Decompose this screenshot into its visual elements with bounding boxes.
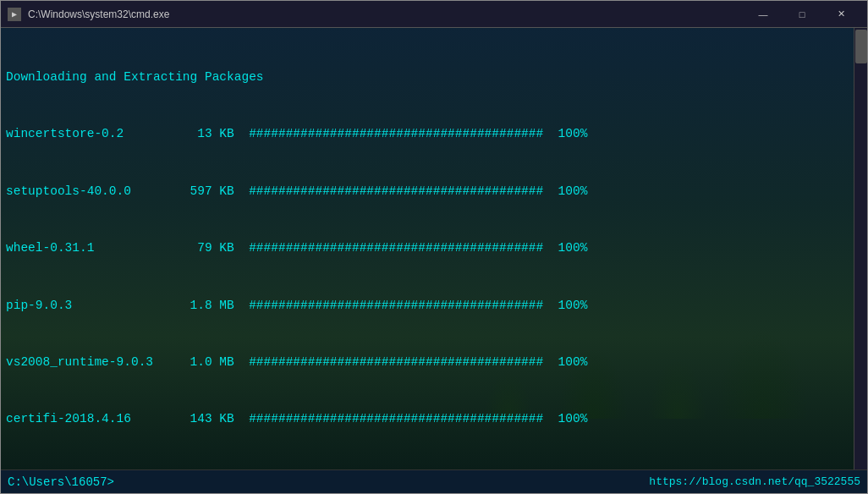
statusbar: C:\Users\16057> https://blog.csdn.net/qq… — [1, 469, 867, 493]
command-prompt[interactable]: C:\Users\16057> — [8, 475, 114, 489]
titlebar: ▶ C:\Windows\system32\cmd.exe — □ ✕ — [1, 1, 867, 28]
line-7: python-2.7.14 19.1 MB ##################… — [6, 467, 862, 469]
terminal-output: Downloading and Extracting Packages winc… — [1, 28, 867, 469]
close-button[interactable]: ✕ — [821, 1, 860, 28]
line-0: Downloading and Extracting Packages — [6, 68, 862, 86]
line-3: wheel-0.31.1 79 KB #####################… — [6, 239, 862, 257]
line-6: certifi-2018.4.16 143 KB ###############… — [6, 409, 862, 428]
window-controls: — □ ✕ — [744, 1, 860, 28]
line-4: pip-9.0.3 1.8 MB #######################… — [6, 296, 862, 315]
terminal-body[interactable]: Downloading and Extracting Packages winc… — [1, 28, 867, 469]
scrollbar[interactable] — [854, 28, 867, 469]
minimize-button[interactable]: — — [744, 1, 783, 28]
titlebar-icon: ▶ — [8, 8, 21, 21]
line-5: vs2008_runtime-9.0.3 1.0 MB ############… — [6, 353, 862, 371]
line-1: wincertstore-0.2 13 KB #################… — [6, 124, 862, 143]
scrollbar-thumb[interactable] — [855, 30, 867, 63]
url-text: https://blog.csdn.net/qq_3522555 — [649, 475, 860, 488]
line-2: setuptools-40.0.0 597 KB ###############… — [6, 182, 862, 200]
window-title: C:\Windows\system32\cmd.exe — [28, 8, 744, 20]
maximize-button[interactable]: □ — [783, 1, 821, 28]
cmd-window: ▶ C:\Windows\system32\cmd.exe — □ ✕ Down… — [0, 0, 868, 494]
